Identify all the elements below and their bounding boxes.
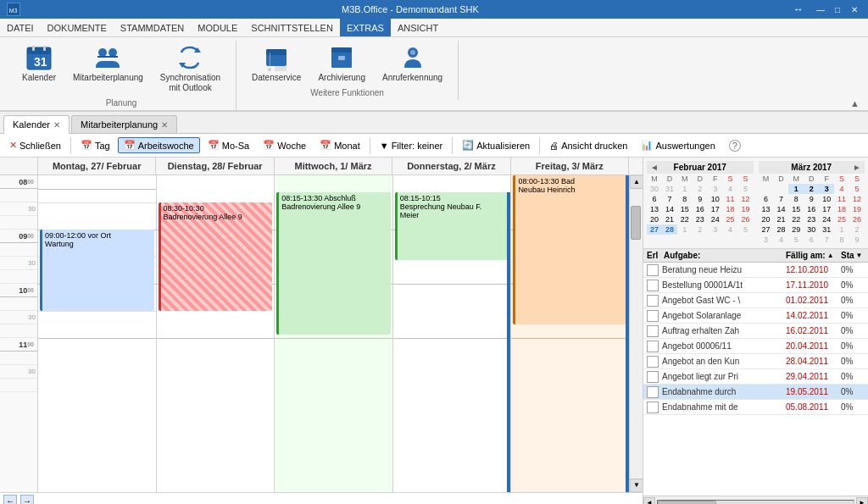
mini-cal-next-button[interactable]: ► — [853, 163, 861, 172]
mar-4-next[interactable]: 4 — [773, 235, 788, 245]
feb-28[interactable]: 28 — [662, 224, 677, 235]
mar-26[interactable]: 26 — [849, 214, 865, 224]
feb-1-next[interactable]: 1 — [677, 224, 693, 235]
day-col-friday[interactable]: 08:00-13:30 BadNeubau Heinrich — [511, 175, 629, 492]
feb-13[interactable]: 13 — [647, 204, 662, 214]
calendar-scrollbar[interactable]: ▲ ▼ — [629, 175, 643, 492]
toolbar-woche[interactable]: 📅 Woche — [257, 137, 312, 153]
mar-9[interactable]: 9 — [804, 194, 819, 204]
tasks-scroll-left[interactable]: ◄ — [643, 497, 655, 505]
feb-30[interactable]: 30 — [647, 184, 662, 194]
feb-16[interactable]: 16 — [693, 204, 708, 214]
task-row-2[interactable]: Bestellung 00001A/1t 17.11.2010 0% — [643, 278, 868, 293]
toolbar-help[interactable]: ? — [723, 137, 747, 154]
day-col-tuesday[interactable]: 08:30-10:30Badrenovierung Allee 9 — [157, 175, 275, 492]
feb-21[interactable]: 21 — [662, 214, 677, 224]
mar-28[interactable]: 28 — [773, 224, 788, 235]
toolbar-arbeitswoche[interactable]: 📅 Arbeitswoche — [118, 137, 200, 153]
mar-23[interactable]: 23 — [804, 214, 819, 224]
mar-22[interactable]: 22 — [788, 214, 804, 224]
feb-1-prev[interactable]: 1 — [677, 184, 693, 194]
mar-14[interactable]: 14 — [773, 204, 788, 214]
sort-icon[interactable]: ▲ — [827, 252, 834, 259]
close-button[interactable]: ✕ — [848, 3, 861, 15]
day-col-monday[interactable]: 09:00-12:00 vor OrtWartung — [38, 175, 157, 492]
feb-7[interactable]: 7 — [662, 194, 677, 204]
ribbon-collapse-button[interactable]: ▲ — [849, 97, 861, 110]
task-checkbox-10[interactable] — [647, 402, 659, 413]
mar-11[interactable]: 11 — [834, 194, 849, 204]
mar-2-next[interactable]: 2 — [849, 224, 865, 235]
tab-mitarbeiterplanung[interactable]: Mitarbeiterplanung ✕ — [71, 115, 177, 133]
mar-12[interactable]: 12 — [849, 194, 865, 204]
mar-5[interactable]: 5 — [849, 184, 865, 194]
mar-3-next[interactable]: 3 — [759, 235, 774, 245]
mar-5-next[interactable]: 5 — [788, 235, 804, 245]
task-checkbox-3[interactable] — [647, 295, 659, 307]
tasks-scroll-thumb-h[interactable] — [658, 501, 716, 505]
task-checkbox-7[interactable] — [647, 356, 659, 368]
mar-9-next[interactable]: 9 — [849, 235, 865, 245]
feb-18[interactable]: 18 — [723, 204, 738, 214]
event-friday-heinrich[interactable]: 08:00-13:30 BadNeubau Heinrich — [513, 175, 627, 324]
scroll-down-arrow[interactable]: ▼ — [630, 479, 643, 492]
mar-8[interactable]: 8 — [788, 194, 804, 204]
feb-10[interactable]: 10 — [708, 194, 723, 204]
mar-25[interactable]: 25 — [834, 214, 849, 224]
mar-30[interactable]: 30 — [804, 224, 819, 235]
mar-2[interactable]: 2 — [804, 184, 819, 194]
feb-19[interactable]: 19 — [738, 204, 754, 214]
ribbon-synchronisation-button[interactable]: Synchronisationmit Outlook — [155, 41, 225, 97]
mar-7[interactable]: 7 — [773, 194, 788, 204]
mar-4[interactable]: 4 — [834, 184, 849, 194]
nav-left-arrow[interactable]: ← — [3, 495, 17, 505]
feb-12[interactable]: 12 — [738, 194, 754, 204]
mar-15[interactable]: 15 — [788, 204, 804, 214]
mar-6-next[interactable]: 6 — [804, 235, 819, 245]
maximize-button[interactable]: □ — [831, 3, 844, 15]
task-checkbox-9[interactable] — [647, 386, 659, 398]
task-checkbox-1[interactable] — [647, 264, 659, 276]
toolbar-auswertungen[interactable]: 📊 Auswertungen — [635, 137, 721, 153]
mar-27[interactable]: 27 — [759, 224, 774, 235]
mar-16[interactable]: 16 — [804, 204, 819, 214]
toolbar-ansicht-drucken[interactable]: 🖨 Ansicht drucken — [543, 138, 633, 153]
toolbar-schliessen[interactable]: ✕ Schließen — [3, 137, 67, 153]
tab-mitarbeiterplanung-close[interactable]: ✕ — [161, 120, 168, 130]
mini-cal-prev-button[interactable]: ◄ — [650, 163, 659, 172]
task-row-9[interactable]: Endabnahme durch 19.05.2011 0% — [643, 385, 868, 400]
task-row-5[interactable]: Auftrag erhalten Zah 16.02.2011 0% — [643, 324, 868, 339]
feb-22[interactable]: 22 — [677, 214, 693, 224]
task-checkbox-5[interactable] — [647, 325, 659, 337]
feb-6[interactable]: 6 — [647, 194, 662, 204]
toolbar-mo-sa[interactable]: 📅 Mo-Sa — [202, 137, 255, 153]
mar-20[interactable]: 20 — [759, 214, 774, 224]
feb-24[interactable]: 24 — [708, 214, 723, 224]
mar-3[interactable]: 3 — [819, 184, 834, 194]
feb-3-next[interactable]: 3 — [708, 224, 723, 235]
mar-19[interactable]: 19 — [849, 204, 865, 214]
feb-4-next[interactable]: 4 — [723, 224, 738, 235]
mar-31[interactable]: 31 — [819, 224, 834, 235]
mar-8-next[interactable]: 8 — [834, 235, 849, 245]
feb-23[interactable]: 23 — [693, 214, 708, 224]
ribbon-kalender-button[interactable]: 31 Kalender — [17, 41, 61, 86]
event-tuesday-badrenovierung[interactable]: 08:30-10:30Badrenovierung Allee 9 — [159, 202, 273, 311]
event-monday-wartung[interactable]: 09:00-12:00 vor OrtWartung — [40, 230, 154, 311]
task-checkbox-6[interactable] — [647, 341, 659, 352]
mar-17[interactable]: 17 — [819, 204, 834, 214]
feb-31[interactable]: 31 — [662, 184, 677, 194]
task-checkbox-2[interactable] — [647, 280, 659, 291]
mar-29[interactable]: 29 — [788, 224, 804, 235]
event-thursday-besprechung[interactable]: 08:15-10:15Besprechung Neubau F.Meier — [395, 192, 509, 260]
feb-14[interactable]: 14 — [662, 204, 677, 214]
task-row-10[interactable]: Endabnahme mit de 05.08.2011 0% — [643, 400, 868, 415]
mar-21[interactable]: 21 — [773, 214, 788, 224]
menu-module[interactable]: MODULE — [191, 19, 244, 36]
feb-26[interactable]: 26 — [738, 214, 754, 224]
task-row-1[interactable]: Beratung neue Heizu 12.10.2010 0% — [643, 263, 868, 278]
toolbar-aktualisieren[interactable]: 🔄 Aktualisieren — [456, 137, 536, 153]
feb-17[interactable]: 17 — [708, 204, 723, 214]
tasks-scroll-right[interactable]: ► — [856, 497, 868, 505]
menu-extras[interactable]: EXTRAS — [340, 19, 391, 36]
